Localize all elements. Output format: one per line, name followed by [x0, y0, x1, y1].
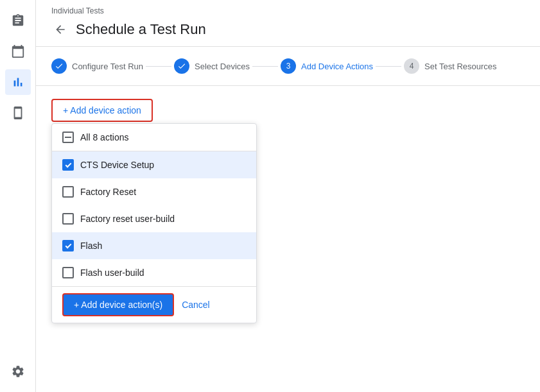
back-button[interactable] [51, 21, 69, 38]
sidebar-item-analytics[interactable] [5, 69, 31, 95]
step-circle-3: 3 [281, 58, 296, 74]
item-label-cts: CTS Device Setup [80, 160, 154, 170]
add-device-action-button[interactable]: + Add device action [51, 99, 153, 122]
sidebar-item-clipboard[interactable] [5, 8, 31, 33]
checkbox-factory-reset[interactable] [62, 186, 74, 198]
clipboard-icon [11, 13, 25, 28]
check-icon-2 [177, 62, 186, 71]
phone-icon [11, 106, 25, 120]
content-area: + Add device action All 8 actions [36, 86, 540, 392]
step-add-device-actions: 3 Add Device Actions [281, 58, 373, 74]
list-item-factory-reset-user-build[interactable]: Factory reset user-build [52, 205, 256, 232]
sidebar-item-settings[interactable] [5, 359, 31, 384]
dropdown-list: All 8 actions CTS Device Setup Factory R… [52, 124, 256, 286]
dropdown-panel: All 8 actions CTS Device Setup Factory R… [51, 123, 257, 323]
step-circle-2 [174, 58, 189, 74]
sidebar-item-phone[interactable] [5, 100, 31, 126]
step-label-4: Set Test Resources [424, 62, 496, 71]
checkbox-cts[interactable] [62, 159, 74, 171]
stepper: Configure Test Run Select Devices 3 Add … [36, 47, 540, 86]
step-circle-1 [51, 58, 67, 74]
step-circle-4: 4 [404, 58, 419, 74]
sidebar-item-calendar[interactable] [5, 38, 31, 64]
step-set-test-resources: 4 Set Test Resources [404, 58, 496, 74]
step-configure: Configure Test Run [51, 58, 143, 74]
add-device-actions-button[interactable]: + Add device action(s) [62, 293, 174, 316]
item-label-flash: Flash [80, 241, 102, 251]
calendar-icon [11, 44, 25, 58]
checkbox-flash[interactable] [62, 240, 74, 251]
checkbox-all[interactable] [62, 132, 74, 143]
item-label-factory-reset: Factory Reset [80, 187, 136, 197]
list-item-flash[interactable]: Flash [52, 232, 256, 259]
main-content: Individual Tests Schedule a Test Run Con… [36, 0, 540, 392]
step-connector-1 [146, 66, 171, 67]
step-connector-2 [252, 66, 278, 67]
list-item-all[interactable]: All 8 actions [52, 124, 256, 151]
item-label-factory-reset-user-build: Factory reset user-build [80, 214, 175, 224]
checkbox-factory-reset-user-build[interactable] [62, 213, 74, 225]
checkbox-flash-user-build[interactable] [62, 267, 74, 278]
cancel-button[interactable]: Cancel [182, 300, 210, 310]
step-connector-3 [376, 66, 401, 67]
settings-icon [11, 364, 25, 379]
item-label-all: All 8 actions [80, 132, 128, 142]
step-select-devices: Select Devices [174, 58, 250, 74]
step-label-1: Configure Test Run [72, 62, 143, 71]
sidebar [0, 0, 36, 392]
check-icon-1 [55, 62, 64, 71]
step-label-3: Add Device Actions [301, 62, 373, 71]
item-label-flash-user-build: Flash user-build [80, 268, 144, 278]
list-item-cts[interactable]: CTS Device Setup [52, 151, 256, 178]
page-title: Schedule a Test Run [76, 21, 206, 38]
analytics-icon [11, 75, 25, 89]
breadcrumb: Individual Tests [36, 0, 540, 18]
list-item-flash-user-build[interactable]: Flash user-build [52, 259, 256, 286]
step-label-2: Select Devices [195, 62, 250, 71]
dropdown-footer: + Add device action(s) Cancel [52, 286, 256, 323]
page-header: Schedule a Test Run [36, 18, 540, 47]
back-icon [54, 23, 67, 36]
check-mark-flash [65, 242, 71, 248]
list-item-factory-reset[interactable]: Factory Reset [52, 178, 256, 205]
indeterminate-mark [65, 137, 71, 138]
check-mark-cts [65, 161, 71, 167]
